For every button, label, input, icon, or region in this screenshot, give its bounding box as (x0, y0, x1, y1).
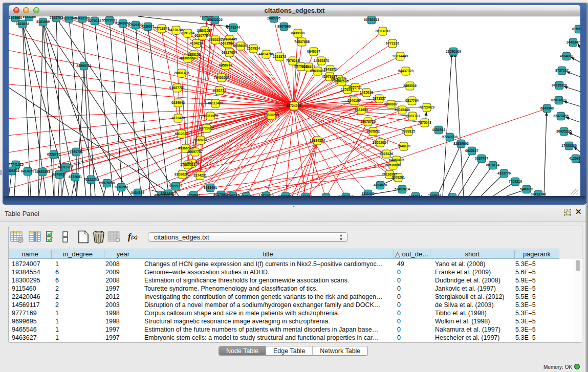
svg-text:19384554: 19384554 (310, 139, 325, 142)
svg-text:26114913: 26114913 (375, 29, 390, 33)
svg-text:08227654: 08227654 (222, 51, 237, 54)
svg-text:6849340: 6849340 (540, 106, 554, 110)
svg-text:77718341: 77718341 (154, 27, 169, 30)
svg-text:0317764: 0317764 (405, 99, 419, 102)
svg-text:6565150: 6565150 (209, 38, 222, 41)
svg-text:3448347: 3448347 (567, 40, 580, 44)
svg-text:4743957: 4743957 (53, 172, 66, 176)
svg-text:4504000: 4504000 (560, 54, 573, 58)
svg-text:85356068: 85356068 (233, 44, 248, 48)
svg-text:4264628: 4264628 (374, 183, 387, 187)
svg-text:50961923: 50961923 (203, 114, 218, 118)
svg-text:9022279: 9022279 (169, 184, 182, 188)
svg-text:8818174: 8818174 (486, 163, 499, 167)
svg-text:65632122: 65632122 (207, 18, 223, 21)
svg-text:44634786: 44634786 (258, 52, 274, 56)
svg-text:0837407: 0837407 (475, 157, 488, 160)
svg-text:2493516: 2493516 (403, 84, 417, 87)
svg-text:5169784: 5169784 (194, 138, 207, 142)
svg-text:6360607: 6360607 (384, 102, 398, 106)
svg-text:83726167: 83726167 (238, 194, 254, 196)
svg-text:49306668: 49306668 (180, 56, 195, 60)
svg-text:20097737: 20097737 (187, 150, 203, 154)
svg-text:4236671: 4236671 (141, 25, 155, 28)
svg-text:1067924: 1067924 (247, 47, 260, 50)
svg-text:6450749: 6450749 (219, 63, 232, 67)
svg-text:6546107: 6546107 (347, 99, 361, 102)
svg-text:64460495: 64460495 (389, 158, 404, 162)
svg-text:02014620: 02014620 (551, 98, 567, 102)
svg-text:7343373: 7343373 (323, 68, 337, 71)
svg-text:6372651: 6372651 (69, 175, 82, 179)
svg-text:72803852: 72803852 (9, 169, 19, 172)
svg-text:93814449: 93814449 (393, 54, 408, 58)
svg-text:5515058: 5515058 (319, 195, 333, 196)
svg-text:14365370: 14365370 (314, 59, 329, 62)
svg-text:84335326: 84335326 (552, 83, 567, 87)
svg-text:38831701: 38831701 (405, 114, 420, 118)
svg-text:60536630: 60536630 (385, 163, 401, 167)
svg-text:17483380: 17483380 (561, 144, 577, 147)
svg-text:81086201: 81086201 (175, 172, 190, 176)
svg-text:8737167: 8737167 (555, 69, 569, 72)
svg-text:3268656: 3268656 (299, 195, 312, 196)
svg-text:4333776: 4333776 (497, 171, 511, 175)
svg-text:1419314: 1419314 (409, 194, 422, 196)
svg-text:6772326: 6772326 (386, 41, 399, 45)
svg-text:70658948: 70658948 (338, 195, 354, 196)
svg-text:8058887: 8058887 (187, 193, 200, 196)
svg-text:17880021: 17880021 (180, 163, 195, 166)
svg-text:4655721: 4655721 (349, 85, 362, 89)
svg-text:13078716: 13078716 (360, 120, 376, 123)
svg-text:74537838: 74537838 (294, 40, 310, 43)
svg-text:28831436: 28831436 (174, 71, 189, 75)
svg-text:1415618: 1415618 (360, 91, 373, 94)
svg-text:7576283: 7576283 (286, 59, 299, 62)
svg-text:6828126: 6828126 (380, 152, 393, 156)
svg-text:13613412: 13613412 (258, 194, 274, 196)
svg-text:93729306: 93729306 (199, 126, 214, 130)
svg-text:0025167: 0025167 (465, 149, 478, 152)
svg-text:3909960: 3909960 (9, 16, 22, 19)
svg-text:7058649: 7058649 (428, 194, 441, 196)
svg-text:82889093: 82889093 (453, 142, 469, 145)
svg-text:0399315: 0399315 (402, 129, 415, 133)
svg-text:1311440: 1311440 (361, 192, 375, 195)
svg-text:51313735: 51313735 (58, 165, 73, 169)
svg-text:(x): (x) (131, 234, 138, 240)
svg-text:8414852: 8414852 (21, 169, 34, 173)
svg-text:60207764: 60207764 (194, 34, 210, 37)
svg-text:4104234: 4104234 (190, 41, 203, 45)
svg-text:49366578: 49366578 (178, 146, 193, 150)
svg-text:0239042: 0239042 (171, 101, 185, 104)
svg-text:2213878: 2213878 (273, 55, 286, 58)
svg-text:76122202: 76122202 (83, 178, 99, 181)
svg-text:0018263: 0018263 (115, 185, 128, 189)
svg-text:0431955: 0431955 (355, 108, 368, 112)
svg-text:30435205: 30435205 (556, 129, 572, 133)
svg-text:8033401: 8033401 (204, 186, 217, 189)
svg-text:0434839: 0434839 (131, 191, 144, 194)
svg-text:01687731: 01687731 (169, 86, 185, 90)
svg-text:5449920: 5449920 (520, 187, 533, 191)
svg-text:4788783: 4788783 (226, 194, 239, 196)
svg-text:5276018: 5276018 (88, 19, 101, 23)
svg-text:0640037: 0640037 (307, 50, 320, 53)
svg-text:77741215: 77741215 (9, 163, 24, 166)
svg-text:6002675: 6002675 (335, 79, 349, 83)
svg-text:2281718: 2281718 (213, 89, 226, 92)
svg-text:38885393: 38885393 (35, 170, 50, 173)
svg-text:6338750: 6338750 (47, 152, 60, 156)
svg-text:24595711: 24595711 (76, 64, 92, 68)
svg-text:5181909: 5181909 (36, 20, 50, 24)
svg-text:61760313: 61760313 (364, 18, 379, 21)
svg-text:5873557: 5873557 (373, 97, 386, 100)
svg-text:3191284: 3191284 (181, 31, 194, 35)
svg-text:9482199: 9482199 (23, 16, 36, 18)
svg-text:82828807: 82828807 (161, 192, 176, 195)
svg-text:24273167: 24273167 (278, 194, 293, 196)
svg-text:8159013: 8159013 (572, 27, 580, 31)
svg-text:1673420: 1673420 (171, 116, 185, 120)
svg-text:7409319: 7409319 (509, 180, 522, 183)
svg-text:7940199: 7940199 (397, 144, 410, 148)
